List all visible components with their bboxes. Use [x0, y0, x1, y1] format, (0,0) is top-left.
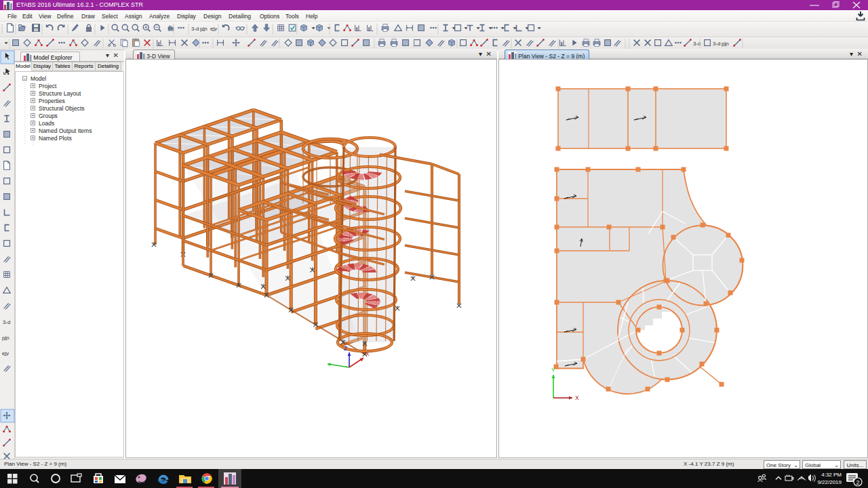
svg-text:Y: Y: [551, 367, 555, 373]
svg-text:3-d: 3-d: [713, 41, 720, 47]
svg-text:pl̲n: pl̲n: [2, 335, 9, 341]
svg-text:el̲v: el̲v: [2, 350, 9, 357]
svg-text:el̲v: el̲v: [210, 26, 217, 32]
svg-text:2: 2: [856, 479, 859, 486]
svg-text:X: X: [575, 394, 579, 401]
svg-text:pl̲n: pl̲n: [200, 26, 208, 32]
svg-text:3-d: 3-d: [3, 319, 10, 325]
svg-text:Z: Z: [344, 345, 347, 352]
svg-text:X: X: [366, 350, 370, 357]
svg-text:3-d: 3-d: [191, 26, 199, 32]
svg-text:pl̲n: pl̲n: [722, 41, 729, 47]
